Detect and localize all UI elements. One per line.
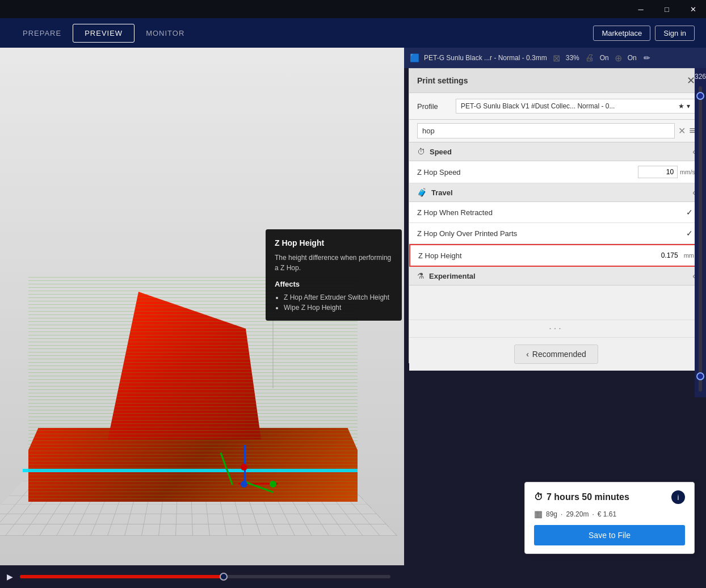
info-time: ⏱ 7 hours 50 minutes bbox=[534, 492, 629, 502]
clock-icon: ⏱ bbox=[534, 492, 543, 502]
progress-fill bbox=[20, 575, 224, 578]
axis-dot-red bbox=[241, 464, 247, 471]
slider-top-thumb[interactable] bbox=[696, 92, 704, 100]
travel-section-header[interactable]: 🧳 Travel ‹ bbox=[409, 183, 703, 202]
experimental-icon: ⚗ bbox=[417, 271, 425, 280]
tooltip-box: Z Hop Height The height difference when … bbox=[266, 229, 402, 321]
tooltip-connector bbox=[272, 320, 274, 388]
profile-label: Profile bbox=[417, 102, 451, 111]
tooltip-affect-2: Wipe Z Hop Height bbox=[284, 303, 393, 313]
z-hop-retracted-row: Z Hop When Retracted ✓ bbox=[409, 202, 703, 223]
print-settings-panel: Print settings ✕ Profile PET-G Sunlu Bla… bbox=[409, 68, 704, 363]
three-dots: ··· bbox=[409, 320, 703, 337]
statusbar-on: On bbox=[600, 54, 609, 62]
nav-monitor[interactable]: MONITOR bbox=[135, 24, 196, 42]
z-hop-only-over-label: Z Hop Only Over Printed Parts bbox=[417, 229, 684, 238]
search-input[interactable] bbox=[417, 123, 675, 138]
vertical-slider[interactable]: 326 bbox=[695, 68, 706, 397]
search-clear-button[interactable]: ✕ bbox=[678, 125, 686, 136]
panel-header: Print settings ✕ bbox=[409, 69, 703, 93]
speed-section-header[interactable]: ⏱ Speed ‹ bbox=[409, 142, 703, 161]
z-hop-retracted-check[interactable]: ✓ bbox=[684, 207, 695, 218]
save-to-file-button[interactable]: Save to File bbox=[534, 525, 685, 545]
progress-thumb[interactable] bbox=[220, 573, 228, 581]
tooltip-title: Z Hop Height bbox=[275, 237, 393, 249]
recommended-label: Recommended bbox=[532, 350, 586, 359]
axis-dot-green bbox=[270, 481, 276, 488]
slider-bottom-thumb[interactable] bbox=[696, 372, 704, 380]
info-time-row: ⏱ 7 hours 50 minutes i bbox=[534, 490, 685, 504]
z-hop-speed-input[interactable] bbox=[638, 166, 678, 178]
play-button[interactable]: ▶ bbox=[7, 572, 13, 581]
statusbar-percent: 33% bbox=[566, 54, 579, 62]
tooltip-affects-list: Z Hop After Extruder Switch Height Wipe … bbox=[275, 292, 393, 313]
bottom-bar: ▶ bbox=[0, 565, 404, 588]
z-hop-only-over-value-box: ✓ bbox=[684, 228, 695, 239]
recommended-button[interactable]: ‹ Recommended bbox=[514, 345, 598, 364]
minimize-button[interactable]: ─ bbox=[628, 0, 654, 18]
z-hop-speed-row: Z Hop Speed mm/s bbox=[409, 161, 703, 183]
statusbar: 🟦 PET-G Sunlu Black ...r - Normal - 0.3m… bbox=[404, 48, 706, 68]
tooltip-affect-1: Z Hop After Extruder Switch Height bbox=[284, 292, 393, 303]
speed-section-title: Speed bbox=[430, 148, 692, 156]
navbar: PREPARE PREVIEW MONITOR Marketplace Sign… bbox=[0, 18, 706, 48]
tooltip-affects-label: Affects bbox=[275, 279, 393, 290]
profile-select[interactable]: PET-G Sunlu Black V1 #Dust Collec... Nor… bbox=[456, 99, 695, 114]
z-hop-only-over-check[interactable]: ✓ bbox=[684, 228, 695, 239]
progress-track[interactable] bbox=[20, 575, 390, 578]
close-button[interactable]: ✕ bbox=[680, 0, 706, 18]
panel-close-button[interactable]: ✕ bbox=[687, 74, 695, 87]
filament-icon: 🟦 bbox=[410, 53, 419, 62]
nav-preview[interactable]: PREVIEW bbox=[73, 24, 135, 43]
nav-prepare[interactable]: PREPARE bbox=[11, 24, 73, 42]
info-button[interactable]: i bbox=[671, 490, 685, 504]
z-hop-height-unit: mm bbox=[684, 252, 694, 259]
obj-top bbox=[108, 292, 261, 439]
slider-track[interactable] bbox=[699, 86, 702, 392]
recommended-row: ‹ Recommended bbox=[409, 337, 703, 371]
print-length: 29.20m bbox=[566, 510, 589, 518]
experimental-section-title: Experimental bbox=[429, 272, 692, 280]
axis-dot-blue bbox=[241, 481, 247, 488]
signin-button[interactable]: Sign in bbox=[655, 26, 695, 41]
recommended-chevron-left-icon: ‹ bbox=[526, 350, 529, 359]
z-hop-speed-unit: mm/s bbox=[680, 169, 695, 175]
z-hop-height-input[interactable] bbox=[642, 250, 682, 261]
travel-icon: 🧳 bbox=[417, 188, 427, 197]
panel-spacer bbox=[409, 285, 703, 320]
travel-section-title: Travel bbox=[431, 188, 692, 197]
obj-cyan-stripe bbox=[23, 469, 358, 472]
panel-title: Print settings bbox=[417, 76, 468, 85]
speed-icon: ⏱ bbox=[417, 147, 425, 156]
z-hop-speed-value-box: mm/s bbox=[638, 166, 695, 178]
info-details: ▦ 89g · 29.20m · € 1.61 bbox=[534, 509, 685, 519]
profile-row: Profile PET-G Sunlu Black V1 #Dust Colle… bbox=[409, 93, 703, 120]
profile-value: PET-G Sunlu Black V1 #Dust Collec... Nor… bbox=[461, 102, 615, 110]
experimental-section-header[interactable]: ⚗ Experimental ‹ bbox=[409, 267, 703, 285]
print-cost: € 1.61 bbox=[598, 510, 616, 518]
profile-icons: ★ ▾ bbox=[678, 102, 690, 110]
z-hop-height-value-box: mm bbox=[642, 250, 694, 261]
statusbar-profile: PET-G Sunlu Black ...r - Normal - 0.3mm bbox=[424, 54, 547, 62]
chevron-down-icon[interactable]: ▾ bbox=[687, 102, 690, 110]
statusbar-on2: On bbox=[628, 54, 637, 62]
z-hop-height-label: Z Hop Height bbox=[418, 251, 642, 260]
barcode-icon: ▦ bbox=[534, 509, 543, 519]
z-hop-retracted-value-box: ✓ bbox=[684, 207, 695, 218]
info-panel: ⏱ 7 hours 50 minutes i ▦ 89g · 29.20m · … bbox=[524, 482, 695, 554]
z-hop-speed-label: Z Hop Speed bbox=[417, 168, 638, 177]
z-hop-height-row: Z Hop Height mm bbox=[409, 244, 703, 267]
print-time: 7 hours 50 minutes bbox=[547, 492, 629, 502]
star-icon[interactable]: ★ bbox=[678, 102, 684, 110]
search-row: ✕ ≡ bbox=[409, 120, 703, 142]
print-weight: 89g bbox=[546, 510, 557, 518]
viewport: Z Hop Height The height difference when … bbox=[0, 48, 404, 570]
slider-value: 326 bbox=[695, 73, 706, 81]
z-hop-only-over-row: Z Hop Only Over Printed Parts ✓ bbox=[409, 223, 703, 244]
titlebar: ─ □ ✕ bbox=[0, 0, 706, 18]
maximize-button[interactable]: □ bbox=[654, 0, 680, 18]
marketplace-button[interactable]: Marketplace bbox=[593, 26, 650, 41]
edit-pencil-icon[interactable]: ✏ bbox=[644, 53, 650, 62]
tooltip-description: The height difference when performing a … bbox=[275, 253, 393, 273]
z-hop-retracted-label: Z Hop When Retracted bbox=[417, 208, 684, 217]
